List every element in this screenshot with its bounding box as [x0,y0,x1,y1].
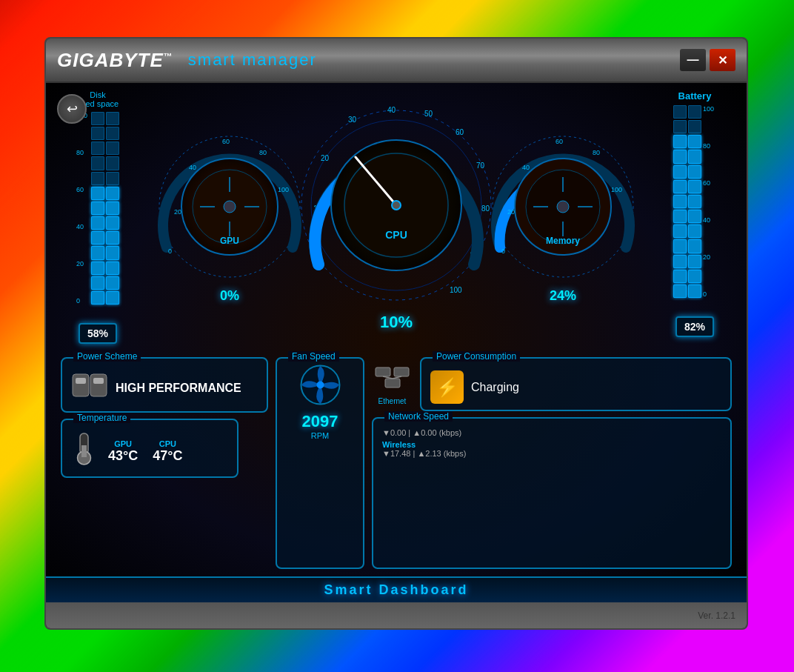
gpu-gauge-svg: GPU 0 20 40 60 80 100 [152,129,307,285]
bottom-section: Power Scheme HIG [46,350,747,576]
power-scheme-label: Power Scheme [73,351,141,362]
ethernet-speed: ▼0.00 | ▲0.00 (kbps) [382,428,721,437]
info-panels: Power Scheme HIG [61,357,732,569]
dashboard-title: Smart Dashboard [324,582,468,598]
svg-text:80: 80 [259,149,267,156]
power-consumption-label: Power Consumption [433,351,520,362]
svg-rect-59 [385,379,400,387]
battery-bar-gauge: 0 20 40 60 80 100 [673,105,716,313]
gpu-value: 0% [220,288,239,304]
gauges-section: Diskused space 0 20 40 60 80 100 58% [46,83,747,350]
ethernet-icon-area: Ethernet [372,357,413,411]
battery-label: Battery [678,90,712,102]
svg-rect-48 [73,374,89,396]
power-scheme-value: HIGH PERFORMANCE [116,382,241,395]
minimize-button[interactable]: — [680,49,706,71]
fan-icon [300,365,341,412]
ethernet-label: Ethernet [378,397,407,405]
svg-rect-49 [76,378,86,384]
version-text: Ver. 1.2.1 [698,611,735,621]
svg-text:20: 20 [321,154,330,162]
battery-value: 82% [675,316,714,337]
svg-text:100: 100 [278,186,289,193]
svg-text:40: 40 [387,106,396,114]
svg-text:20: 20 [174,208,181,216]
svg-rect-54 [81,445,87,457]
disk-value: 58% [79,323,117,344]
svg-point-31 [392,201,401,210]
temperature-panel: Temperature GPU [61,419,238,478]
svg-text:60: 60 [556,138,563,145]
left-stack: Power Scheme HIG [61,357,268,569]
power-consumption-panel: Power Consumption ⚡ Charging [420,357,732,411]
svg-rect-58 [394,367,409,376]
cpu-gauge-svg: 0 10 20 30 40 50 60 70 80 90 100 [293,102,500,309]
svg-text:30: 30 [348,116,357,124]
svg-text:80: 80 [481,204,490,213]
svg-text:0: 0 [168,247,172,255]
svg-point-56 [316,382,324,389]
svg-text:100: 100 [611,186,622,193]
svg-text:GPU: GPU [220,236,239,246]
main-window: GIGABYTE™ smart manager — ✕ ↩ Diskused s… [44,37,748,630]
svg-point-3 [224,201,236,213]
gpu-gauge: GPU 0 20 40 60 80 100 0% [152,129,307,304]
charging-status: Charging [471,381,519,394]
svg-text:70: 70 [476,162,485,170]
close-button[interactable]: ✕ [710,49,735,71]
svg-rect-57 [376,367,390,376]
svg-text:60: 60 [456,128,464,136]
svg-text:80: 80 [593,149,600,156]
memory-gauge: Memory 0 20 40 60 80 100 24% [485,129,641,304]
circular-gauges: GPU 0 20 40 60 80 100 0% [46,90,747,342]
fan-label: Fan Speed [288,351,339,362]
svg-point-36 [557,201,569,213]
temperature-label: Temperature [73,413,130,423]
charging-icon: ⚡ [430,370,464,404]
disk-bar-gauge: 0 20 40 60 80 100 [76,112,119,319]
svg-rect-51 [93,378,104,384]
fan-rpm-unit: RPM [311,431,329,440]
memory-gauge-svg: Memory 0 20 40 60 80 100 [485,129,641,285]
cpu-temp: CPU 47°C [153,439,182,464]
power-scheme-panel: Power Scheme HIG [61,357,268,413]
svg-text:60: 60 [222,138,230,145]
brand-smart: smart manager [188,50,317,70]
svg-text:40: 40 [522,164,530,171]
svg-text:0: 0 [501,247,505,255]
gpu-temp: GPU 43°C [108,439,138,464]
statusbar: Ver. 1.2.1 [46,602,747,628]
svg-rect-50 [90,374,107,396]
wireless-speed: Wireless ▼17.48 | ▲2.13 (kbps) [382,440,721,458]
svg-text:40: 40 [189,164,196,171]
memory-value: 24% [550,288,576,304]
title-left: GIGABYTE™ smart manager [57,49,317,72]
disk-gauge: Diskused space 0 20 40 60 80 100 58% [61,90,135,344]
fan-panel: Fan Speed 2097 RPM [276,357,364,569]
right-area: Ethernet Power Consumption ⚡ Charging [372,357,732,569]
cpu-gauge: 0 10 20 30 40 50 60 70 80 90 100 [293,102,500,332]
svg-text:50: 50 [424,110,433,118]
svg-text:Memory: Memory [546,236,580,246]
brand-gigabyte: GIGABYTE™ [57,49,173,72]
svg-text:100: 100 [450,286,462,294]
cpu-value: 10% [380,313,413,332]
dashboard-footer: Smart Dashboard [46,576,747,602]
back-button[interactable]: ↩ [57,94,87,124]
fan-rpm-value: 2097 [302,412,338,431]
svg-text:20: 20 [507,208,515,216]
title-buttons: — ✕ [680,49,735,71]
battery-gauge: Battery 0 20 40 60 80 100 82% [658,90,732,337]
main-content: ↩ Diskused space 0 20 40 60 80 100 [46,83,747,602]
svg-text:CPU: CPU [385,229,407,241]
power-icon [71,370,108,405]
thermometer-icon [71,432,97,470]
titlebar: GIGABYTE™ smart manager — ✕ [46,39,747,83]
network-panel: Network Speed ▼0.00 | ▲0.00 (kbps) Wirel… [372,417,732,569]
network-speed-label: Network Speed [384,411,453,422]
